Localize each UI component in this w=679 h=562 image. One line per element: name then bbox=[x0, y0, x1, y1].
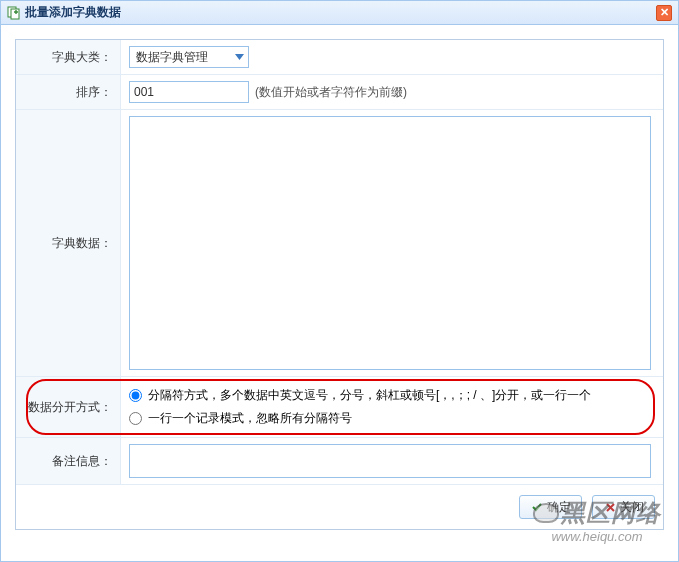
close-icon: ✕ bbox=[660, 6, 669, 18]
remark-textarea[interactable] bbox=[129, 444, 651, 478]
check-icon bbox=[530, 500, 544, 514]
radio-option-delimiter[interactable]: 分隔符方式，多个数据中英文逗号，分号，斜杠或顿号[，,；; / 、]分开，或一行… bbox=[129, 387, 591, 404]
dialog-window: 批量添加字典数据 ✕ 字典大类： 数据字典管理 排序： bbox=[0, 0, 679, 562]
row-remark: 备注信息： bbox=[16, 438, 663, 485]
order-input[interactable] bbox=[129, 81, 249, 103]
label-order: 排序： bbox=[16, 75, 121, 109]
control-category: 数据字典管理 bbox=[121, 40, 663, 74]
chevron-down-icon bbox=[232, 50, 246, 64]
row-category: 字典大类： 数据字典管理 bbox=[16, 40, 663, 75]
radio-line-input[interactable] bbox=[129, 412, 142, 425]
order-hint: (数值开始或者字符作为前缀) bbox=[255, 84, 407, 101]
row-dict-data: 字典数据： bbox=[16, 110, 663, 377]
row-order: 排序： (数值开始或者字符作为前缀) bbox=[16, 75, 663, 110]
titlebar-left: 批量添加字典数据 bbox=[7, 4, 121, 21]
close-button[interactable]: ✕ bbox=[656, 5, 672, 21]
dict-data-textarea[interactable] bbox=[129, 116, 651, 370]
radio-option-line[interactable]: 一行一个记录模式，忽略所有分隔符号 bbox=[129, 410, 591, 427]
ok-label: 确定 bbox=[547, 499, 571, 516]
ok-button[interactable]: 确定 bbox=[519, 495, 582, 519]
svg-rect-1 bbox=[11, 9, 19, 19]
titlebar: 批量添加字典数据 ✕ bbox=[1, 1, 678, 25]
category-select[interactable]: 数据字典管理 bbox=[129, 46, 249, 68]
control-order: (数值开始或者字符作为前缀) bbox=[121, 75, 663, 109]
label-remark: 备注信息： bbox=[16, 438, 121, 484]
app-icon bbox=[7, 6, 21, 20]
label-split-mode: 数据分开方式： bbox=[16, 377, 121, 437]
control-split-mode: 分隔符方式，多个数据中英文逗号，分号，斜杠或顿号[，,；; / 、]分开，或一行… bbox=[121, 377, 663, 437]
radio-delimiter-label: 分隔符方式，多个数据中英文逗号，分号，斜杠或顿号[，,；; / 、]分开，或一行… bbox=[148, 387, 591, 404]
split-mode-radiogroup: 分隔符方式，多个数据中英文逗号，分号，斜杠或顿号[，,；; / 、]分开，或一行… bbox=[129, 383, 591, 431]
control-dict-data bbox=[121, 110, 663, 376]
radio-delimiter-input[interactable] bbox=[129, 389, 142, 402]
control-remark bbox=[121, 438, 663, 484]
label-dict-data: 字典数据： bbox=[16, 110, 121, 376]
cancel-label: 关闭 bbox=[620, 499, 644, 516]
form-panel: 字典大类： 数据字典管理 排序： (数值开始或者字符作为前缀) bbox=[15, 39, 664, 530]
cancel-button[interactable]: 关闭 bbox=[592, 495, 655, 519]
window-title: 批量添加字典数据 bbox=[25, 4, 121, 21]
form-container: 字典大类： 数据字典管理 排序： (数值开始或者字符作为前缀) bbox=[1, 25, 678, 544]
radio-line-label: 一行一个记录模式，忽略所有分隔符号 bbox=[148, 410, 352, 427]
cross-icon bbox=[603, 500, 617, 514]
label-category: 字典大类： bbox=[16, 40, 121, 74]
category-value: 数据字典管理 bbox=[136, 49, 208, 66]
button-row: 确定 关闭 bbox=[16, 485, 663, 529]
row-split-mode: 数据分开方式： 分隔符方式，多个数据中英文逗号，分号，斜杠或顿号[，,；; / … bbox=[16, 377, 663, 438]
